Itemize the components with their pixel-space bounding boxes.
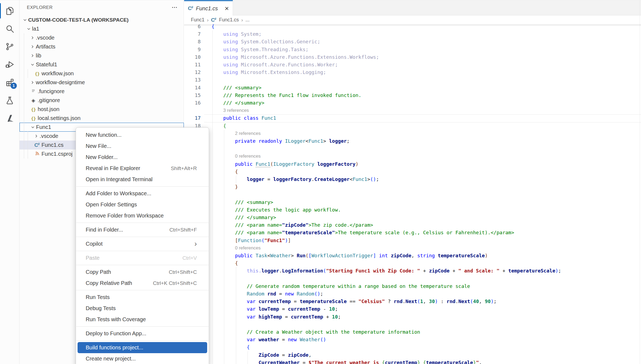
code-line[interactable]: { (211, 24, 214, 31)
menu-item-create-new-project[interactable]: Create new project... (76, 353, 209, 364)
menu-item-copilot[interactable]: Copilot› (76, 238, 209, 249)
code-line[interactable]: /// <summary> (211, 199, 273, 206)
menu-item-shortcut: Ctrl+Shift+F (169, 224, 197, 235)
chevron-right-icon[interactable] (34, 134, 40, 139)
menu-item-find-in-folder[interactable]: Find in Folder...Ctrl+Shift+F (76, 224, 209, 235)
chevron-right-icon[interactable] (30, 53, 36, 58)
chevron-right-icon[interactable] (30, 44, 36, 50)
code-line[interactable]: logger = loggerFactory.CreateLogger<Func… (211, 176, 379, 183)
code-line[interactable]: { (211, 343, 250, 351)
activitybar-item-extensions[interactable]: 1 (0, 73, 19, 91)
activitybar-item-azure[interactable] (0, 109, 19, 127)
code-line[interactable]: /// <summary> (211, 84, 261, 92)
tree-item-funcignore[interactable]: .funcignore (20, 87, 184, 96)
tree-item-stateful1[interactable]: Stateful1 (20, 60, 184, 69)
tree-item-workflow-json[interactable]: {}workflow.json (20, 69, 184, 78)
menu-item-reveal-in-file-explorer[interactable]: Reveal in File ExplorerShift+Alt+R (76, 163, 209, 174)
code-line[interactable]: using System; (211, 30, 261, 38)
code-line[interactable]: /// </summary> (211, 214, 276, 222)
code-line[interactable]: Random rnd = new Random(); (211, 290, 323, 298)
chevron-right-icon[interactable] (30, 80, 36, 85)
code-line[interactable]: ZipCode = zipCode, (211, 351, 311, 359)
menu-item-copy-relative-path[interactable]: Copy Relative PathCtrl+K Ctrl+Shift+C (76, 278, 209, 289)
code-line[interactable]: CurrentWeather = $"The current weather i… (211, 359, 482, 364)
chevron-down-icon[interactable] (26, 26, 32, 32)
breadcrumb-file[interactable]: Func1.cs (219, 17, 239, 23)
activitybar-item-source-control[interactable] (0, 38, 19, 56)
code-line[interactable]: public class Func1 (211, 114, 276, 122)
code-line[interactable]: using System.Collections.Generic; (211, 38, 320, 46)
close-icon[interactable]: × (225, 5, 229, 12)
code-line[interactable]: [Function("Func1")] (211, 237, 291, 245)
chevron-right-icon[interactable] (30, 35, 36, 41)
menu-item-deploy-to-function-app[interactable]: Deploy to Function App... (76, 328, 209, 339)
tree-item-workflow-designtime[interactable]: workflow-designtime (20, 78, 184, 87)
code-line[interactable]: var currentTemp = temperatureScale == "C… (211, 298, 496, 306)
tree-item-local-settings-json[interactable]: {}local.settings.json (20, 114, 184, 123)
menu-item-new-function[interactable]: New function... (76, 129, 209, 141)
menu-item-new-file[interactable]: New File... (76, 141, 209, 152)
more-actions-icon[interactable]: ··· (171, 3, 177, 11)
menu-item-open-folder-settings[interactable]: Open Folder Settings (76, 199, 209, 210)
code-line[interactable]: /// Represents the Func1 flow invoked fu… (211, 92, 361, 99)
chevron-down-icon[interactable] (22, 17, 28, 23)
code-line[interactable]: { (211, 122, 226, 130)
tree-item-custom-code-test-la-workspace[interactable]: CUSTOM-CODE-TEST-LA (WORKSPACE) (20, 15, 184, 24)
codelens-references-link[interactable]: 0 references (235, 244, 261, 252)
code-line[interactable]: /// <param name="zipCode">The zip code.<… (211, 221, 373, 229)
menu-item-debug-tests[interactable]: Debug Tests (76, 303, 209, 314)
tree-item-label: lib (36, 53, 41, 59)
tree-indent-guide (28, 131, 28, 159)
codelens-references-link[interactable]: 3 references (223, 107, 249, 115)
tree-item-label: .vscode (40, 133, 58, 139)
code-line[interactable]: /// Executes the logic app workflow. (211, 206, 341, 214)
code-line[interactable]: /// <param name="temperatureScale">The t… (211, 229, 514, 237)
breadcrumb-folder[interactable]: Func1 (191, 17, 204, 23)
tree-item-la1[interactable]: la1 (20, 24, 184, 33)
code-line[interactable]: var highTemp = currentTemp + 10; (211, 313, 341, 321)
tree-item-host-json[interactable]: {}host.json (20, 105, 184, 114)
activitybar-item-search[interactable] (0, 20, 19, 38)
code-line[interactable]: using Microsoft.Azure.Functions.Worker; (211, 61, 338, 69)
menu-item-open-in-integrated-terminal[interactable]: Open in Integrated Terminal (76, 174, 209, 185)
menu-item-add-folder-to-workspace[interactable]: Add Folder to Workspace... (76, 188, 209, 199)
code-line[interactable]: using Microsoft.Azure.Functions.Extensio… (211, 53, 379, 61)
menu-item-copy-path[interactable]: Copy PathCtrl+Shift+C (76, 266, 209, 278)
code-line[interactable]: var lowTemp = currentTemp - 10; (211, 305, 338, 313)
code-line[interactable]: private readonly ILogger<Func1> logger; (211, 137, 350, 145)
menu-item-run-tests-with-coverage[interactable]: Run Tests with Coverage (76, 314, 209, 325)
tree-item-vscode[interactable]: .vscode (20, 33, 184, 42)
chevron-down-icon[interactable] (30, 125, 36, 130)
code-line[interactable]: } (211, 183, 238, 191)
activitybar-item-run-and-debug[interactable] (0, 56, 19, 73)
menu-item-remove-folder-from-workspace[interactable]: Remove Folder from Workspace (76, 210, 209, 221)
activitybar-item-testing[interactable] (0, 91, 19, 109)
menu-item-new-folder[interactable]: New Folder... (76, 152, 209, 163)
codelens-references-link[interactable]: 0 references (235, 152, 261, 160)
code-line[interactable]: var weather = new Weather() (211, 336, 326, 344)
menu-item-build-functions-project[interactable]: Build functions project... (78, 342, 207, 353)
code-line[interactable]: { (211, 168, 238, 176)
code-line[interactable]: // Create a Weather object with the temp… (211, 328, 420, 336)
scrollbar-track[interactable] (640, 0, 640, 364)
code-line[interactable]: this.logger.LogInformation("Starting Fun… (211, 267, 561, 275)
tree-item-gitignore[interactable]: ◈.gitignore (20, 96, 184, 105)
tab-func1-cs[interactable]: C# Func1.cs × (184, 0, 233, 16)
activitybar-item-explorer[interactable] (0, 2, 19, 20)
menu-item-run-tests[interactable]: Run Tests (76, 292, 209, 303)
tree-item-label: .funcignore (38, 88, 65, 95)
code-line[interactable]: /// </summary> (211, 99, 264, 107)
code-line[interactable]: public Task<Weather> Run([WorkflowAction… (211, 252, 488, 260)
code-area[interactable]: 6{7 using System;8 using System.Collecti… (184, 24, 641, 364)
tree-item-lib[interactable]: lib (20, 51, 184, 60)
breadcrumb-symbol[interactable]: ... (245, 17, 249, 23)
code-line[interactable]: public Func1(ILoggerFactory loggerFactor… (211, 160, 358, 168)
code-line[interactable]: using Microsoft.Extensions.Logging; (211, 69, 326, 76)
tree-item-artifacts[interactable]: Artifacts (20, 42, 184, 51)
code-line[interactable]: { (211, 259, 238, 267)
codelens-references-link[interactable]: 2 references (235, 130, 261, 138)
chevron-down-icon[interactable] (30, 62, 36, 67)
code-line[interactable]: // Generate random temperature within a … (211, 282, 470, 290)
menu-item-paste[interactable]: PasteCtrl+V (76, 252, 209, 264)
code-line[interactable]: using System.Threading.Tasks; (211, 46, 309, 54)
